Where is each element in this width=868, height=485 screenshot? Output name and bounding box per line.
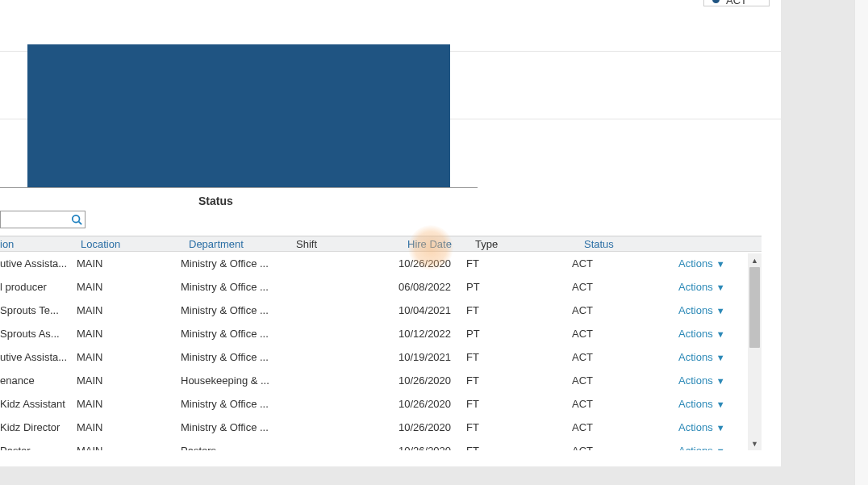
actions-label: Actions xyxy=(678,374,713,387)
cell-position: enance xyxy=(0,374,74,387)
cell-hire-date: 10/12/2022 xyxy=(399,328,463,340)
cell-status: ACT xyxy=(572,281,620,293)
cell-department: Housekeeping & ... xyxy=(181,374,294,387)
scroll-up-icon[interactable]: ▲ xyxy=(748,253,762,267)
table-row[interactable]: Pastor MAIN Pastors 10/26/2020 FT ACT Ac… xyxy=(0,439,762,450)
table-row[interactable]: enance MAIN Housekeeping & ... 10/26/202… xyxy=(0,369,762,392)
cell-position: utive Assista... xyxy=(0,257,74,270)
actions-label: Actions xyxy=(678,304,713,316)
actions-dropdown[interactable]: Actions ▼ xyxy=(678,374,725,387)
search-icon[interactable] xyxy=(69,214,85,225)
actions-label: Actions xyxy=(678,281,713,293)
table-row[interactable]: Kidz Director MAIN Ministry & Office ...… xyxy=(0,416,762,439)
chevron-down-icon: ▼ xyxy=(716,353,725,362)
cell-location: MAIN xyxy=(77,281,173,293)
column-header-type[interactable]: Type xyxy=(475,238,498,250)
cell-type: FT xyxy=(466,421,499,433)
column-header-shift[interactable]: Shift xyxy=(296,238,317,250)
cell-location: MAIN xyxy=(77,421,173,433)
cell-department: Ministry & Office ... xyxy=(181,351,294,363)
chart-axis xyxy=(0,187,478,188)
cell-type: FT xyxy=(466,445,499,450)
cell-hire-date: 10/26/2020 xyxy=(399,445,463,450)
cell-position: Pastor xyxy=(0,445,74,450)
table-row[interactable]: utive Assista... MAIN Ministry & Office … xyxy=(0,345,762,369)
chart-bar-act[interactable] xyxy=(27,44,450,187)
cell-location: MAIN xyxy=(77,351,173,363)
actions-dropdown[interactable]: Actions ▼ xyxy=(678,351,725,363)
cell-status: ACT xyxy=(572,351,620,363)
legend-label: ACT xyxy=(726,0,747,6)
actions-dropdown[interactable]: Actions ▼ xyxy=(678,328,725,340)
actions-label: Actions xyxy=(678,445,713,450)
cell-department: Pastors xyxy=(181,445,294,450)
actions-dropdown[interactable]: Actions ▼ xyxy=(678,398,725,410)
svg-line-1 xyxy=(79,222,82,225)
cell-status: ACT xyxy=(572,398,620,410)
cell-position: Sprouts As... xyxy=(0,328,74,340)
cell-status: ACT xyxy=(572,421,620,433)
cell-hire-date: 06/08/2022 xyxy=(399,281,463,293)
cell-type: PT xyxy=(466,281,499,293)
actions-label: Actions xyxy=(678,351,713,363)
chevron-down-icon: ▼ xyxy=(716,399,725,409)
actions-dropdown[interactable]: Actions ▼ xyxy=(678,304,725,316)
column-header-location[interactable]: Location xyxy=(81,238,120,250)
cell-department: Ministry & Office ... xyxy=(181,281,294,293)
cell-position: Kidz Director xyxy=(0,421,74,433)
column-header-hire-date[interactable]: Hire Date xyxy=(407,238,452,250)
actions-label: Actions xyxy=(678,328,713,340)
actions-dropdown[interactable]: Actions ▼ xyxy=(678,281,725,293)
table-row[interactable]: utive Assista... MAIN Ministry & Office … xyxy=(0,252,762,275)
cell-status: ACT xyxy=(572,328,620,340)
table-scrollbar[interactable]: ▲ ▼ xyxy=(748,253,762,450)
cell-department: Ministry & Office ... xyxy=(181,421,294,433)
cell-hire-date: 10/26/2020 xyxy=(399,421,463,433)
cell-location: MAIN xyxy=(77,445,173,450)
cell-position: Kidz Assistant xyxy=(0,398,74,410)
cell-hire-date: 10/26/2020 xyxy=(399,374,463,387)
chevron-down-icon: ▼ xyxy=(716,376,725,386)
chart-axis-label: Status xyxy=(198,194,233,207)
search-input[interactable] xyxy=(1,211,69,228)
table-row[interactable]: Kidz Assistant MAIN Ministry & Office ..… xyxy=(0,392,762,416)
window-scrollbar[interactable] xyxy=(854,0,868,485)
cell-location: MAIN xyxy=(77,398,173,410)
cell-status: ACT xyxy=(572,445,620,450)
cell-position: utive Assista... xyxy=(0,351,74,363)
table-row[interactable]: l producer MAIN Ministry & Office ... 06… xyxy=(0,275,762,299)
cell-location: MAIN xyxy=(77,257,173,270)
cell-hire-date: 10/04/2021 xyxy=(399,304,463,316)
cell-hire-date: 10/26/2020 xyxy=(399,257,463,270)
table-row[interactable]: Sprouts Te... MAIN Ministry & Office ...… xyxy=(0,299,762,322)
scroll-down-icon[interactable]: ▼ xyxy=(748,437,762,450)
main-content: ACT Status ion Location Department Shift… xyxy=(0,0,781,466)
cell-type: FT xyxy=(466,257,499,270)
cell-location: MAIN xyxy=(77,328,173,340)
cell-type: FT xyxy=(466,351,499,363)
cell-location: MAIN xyxy=(77,374,173,387)
chevron-down-icon: ▼ xyxy=(716,282,725,292)
actions-dropdown[interactable]: Actions ▼ xyxy=(678,257,725,270)
chevron-down-icon: ▼ xyxy=(716,329,725,339)
actions-label: Actions xyxy=(678,257,713,270)
cell-type: FT xyxy=(466,398,499,410)
column-header-department[interactable]: Department xyxy=(189,238,244,250)
cell-type: PT xyxy=(466,328,499,340)
table-body: utive Assista... MAIN Ministry & Office … xyxy=(0,252,762,450)
table-header: ion Location Department Shift Hire Date … xyxy=(0,236,762,252)
column-header-position[interactable]: ion xyxy=(0,238,14,250)
scroll-thumb[interactable] xyxy=(749,267,760,348)
column-header-status[interactable]: Status xyxy=(584,238,614,250)
cell-position: l producer xyxy=(0,281,74,293)
cell-department: Ministry & Office ... xyxy=(181,328,294,340)
cell-department: Ministry & Office ... xyxy=(181,257,294,270)
chevron-down-icon: ▼ xyxy=(716,259,725,269)
actions-dropdown[interactable]: Actions ▼ xyxy=(678,421,725,433)
actions-dropdown[interactable]: Actions ▼ xyxy=(678,445,725,450)
cell-type: FT xyxy=(466,374,499,387)
cell-location: MAIN xyxy=(77,304,173,316)
table-row[interactable]: Sprouts As... MAIN Ministry & Office ...… xyxy=(0,322,762,345)
cell-hire-date: 10/19/2021 xyxy=(399,351,463,363)
actions-label: Actions xyxy=(678,421,713,433)
